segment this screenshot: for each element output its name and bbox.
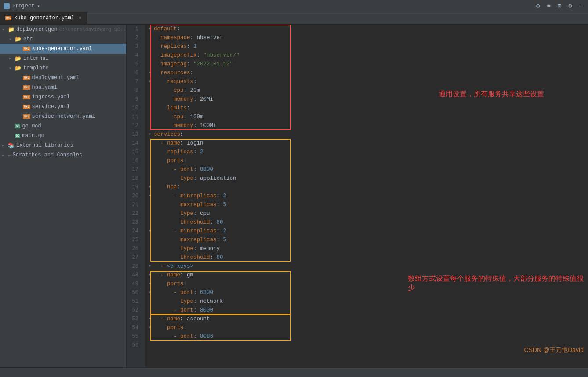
fold-arrow-52[interactable]	[149, 306, 153, 315]
fold-arrow-54[interactable]: ▾	[149, 323, 153, 332]
expand-arrow[interactable]: ▸	[9, 56, 15, 61]
fold-arrow-12[interactable]	[149, 121, 153, 130]
fold-arrow-17[interactable]	[149, 165, 153, 174]
token	[154, 279, 167, 288]
sidebar-item-kube-generator[interactable]: YMLkube-generator.yaml	[0, 44, 126, 54]
external-lib-icon: 📚	[8, 142, 15, 149]
fold-arrow-16[interactable]	[149, 156, 153, 165]
fold-arrow-5[interactable]	[149, 60, 153, 69]
yaml-badge: YML	[23, 95, 30, 99]
fold-arrow-15[interactable]	[149, 148, 153, 156]
fold-arrow-28[interactable]: ▾	[149, 262, 153, 271]
active-tab[interactable]: YML kube-generator.yaml ×	[0, 12, 87, 24]
config-icon[interactable]: ⚙	[566, 1, 573, 11]
sidebar-item-service[interactable]: YMLservice.yaml	[0, 102, 126, 112]
token: name	[167, 139, 180, 148]
sidebar-item-deploymentgen[interactable]: ▾📁deploymentgenC:\Users\davidwang.SC...	[0, 25, 126, 34]
line-number-1: 1	[130, 25, 141, 33]
fold-arrow-20[interactable]: ▾	[149, 192, 153, 200]
fold-arrow-51[interactable]	[149, 297, 153, 306]
expand-arrow[interactable]: ▸	[2, 152, 8, 158]
fold-arrow-10[interactable]	[149, 104, 153, 112]
code-content[interactable]: ▾default: namespace: nbserver replicas: …	[145, 25, 588, 367]
fold-arrow-23[interactable]	[149, 218, 153, 227]
expand-arrow[interactable]: ▾	[9, 36, 15, 42]
fold-arrow-25[interactable]	[149, 236, 153, 244]
token: -	[160, 262, 167, 271]
line-number-21: 21	[130, 200, 141, 209]
token	[220, 200, 223, 209]
code-area: 1234567891011121314151617181920212223242…	[127, 25, 588, 367]
fold-arrow-13[interactable]: ▾	[149, 130, 153, 139]
fold-arrow-49[interactable]: ▾	[149, 279, 153, 288]
fold-arrow-27[interactable]	[149, 253, 153, 262]
sidebar-item-hpa[interactable]: YMLhpa.yaml	[0, 83, 126, 92]
code-editor[interactable]: 1234567891011121314151617181920212223242…	[127, 25, 588, 367]
structure-icon[interactable]: ⊞	[556, 1, 563, 11]
project-label[interactable]: Project ▾	[4, 3, 40, 9]
fold-arrow-2[interactable]	[149, 33, 153, 42]
fold-arrow-56[interactable]	[149, 341, 153, 350]
fold-arrow-19[interactable]: ▾	[149, 183, 153, 192]
token: :	[193, 244, 197, 253]
line-number-26: 26	[130, 244, 141, 253]
fold-arrow-21[interactable]	[149, 200, 153, 209]
expand-arrow[interactable]: ▸	[2, 143, 8, 148]
menu-icon[interactable]: ≡	[545, 1, 552, 11]
settings-icon[interactable]: ⚙	[534, 1, 541, 11]
sidebar-item-service-network[interactable]: YMLservice-network.yaml	[0, 112, 126, 121]
fold-arrow-1[interactable]: ▾	[149, 25, 153, 33]
sidebar-item-etc[interactable]: ▾📂etc	[0, 34, 126, 44]
token: :	[217, 200, 220, 209]
code-line-56	[149, 341, 584, 350]
token: login	[187, 139, 203, 148]
token: maxreplicas	[180, 200, 217, 209]
fold-arrow-6[interactable]: ▾	[149, 69, 153, 77]
token: port	[180, 288, 193, 297]
fold-arrow-9[interactable]	[149, 95, 153, 104]
token: type	[180, 297, 193, 306]
fold-arrow-18[interactable]	[149, 174, 153, 183]
yaml-badge: YML	[23, 105, 30, 109]
fold-arrow-3[interactable]	[149, 42, 153, 51]
expand-arrow[interactable]: ▾	[2, 27, 8, 32]
fold-arrow-53[interactable]: ▾	[149, 315, 153, 323]
token	[197, 209, 200, 218]
fold-arrow-26[interactable]	[149, 244, 153, 253]
code-line-24: ▾ - minreplicas: 2	[149, 227, 584, 236]
token	[154, 306, 174, 315]
project-dropdown-icon[interactable]: ▾	[37, 4, 40, 9]
sidebar-item-internal[interactable]: ▸📂internal	[0, 54, 126, 63]
fold-arrow-24[interactable]: ▾	[149, 227, 153, 236]
fold-arrow-48[interactable]: ▾	[149, 271, 153, 279]
fold-arrow-11[interactable]	[149, 112, 153, 121]
fold-arrow-7[interactable]: ▾	[149, 77, 153, 86]
sidebar-item-external-libs[interactable]: ▸📚External Libraries	[0, 141, 126, 150]
token	[187, 112, 190, 121]
token: nbserver	[197, 33, 223, 42]
token: type	[180, 244, 193, 253]
yaml-badge: YML	[23, 85, 30, 90]
fold-arrow-55[interactable]	[149, 332, 153, 341]
fold-arrow-4[interactable]	[149, 51, 153, 60]
token: cpu	[174, 86, 184, 95]
tab-close-button[interactable]: ×	[79, 15, 82, 21]
minimize-icon[interactable]: —	[577, 1, 584, 11]
code-line-23: threshold: 80	[149, 218, 584, 227]
token: resources	[160, 69, 190, 77]
sidebar-item-template[interactable]: ▾📂template	[0, 63, 126, 73]
sidebar-item-scratches[interactable]: ▸✏Scratches and Consoles	[0, 150, 126, 160]
fold-arrow-14[interactable]	[149, 139, 153, 148]
sidebar-item-main-go[interactable]: GOmain.go	[0, 131, 126, 141]
token: hpa	[167, 183, 177, 192]
fold-arrow-50[interactable]: ▾	[149, 288, 153, 297]
line-number-12: 12	[130, 121, 141, 130]
token: name	[167, 271, 180, 279]
sidebar-item-go-mod[interactable]: GOgo.mod	[0, 121, 126, 131]
expand-arrow[interactable]: ▾	[9, 65, 15, 71]
fold-arrow-22[interactable]	[149, 209, 153, 218]
code-line-14: - name: login	[149, 139, 584, 148]
fold-arrow-8[interactable]	[149, 86, 153, 95]
sidebar-item-ingress[interactable]: YMLingress.yaml	[0, 92, 126, 102]
sidebar-item-deployment[interactable]: YMLdeployment.yaml	[0, 73, 126, 83]
